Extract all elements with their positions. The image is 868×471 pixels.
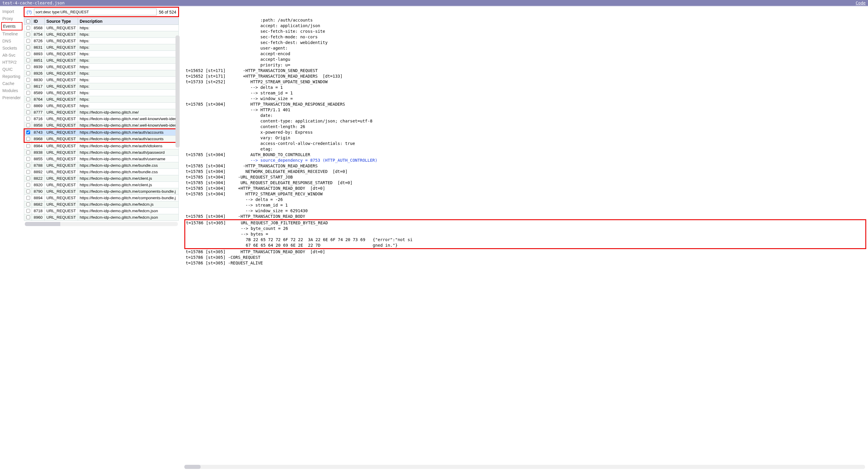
table-row[interactable]: 8960URL_REQUESThttps://fedcm-idp-demo.gl…	[24, 214, 179, 221]
table-row[interactable]: 8631URL_REQUESThttps:	[24, 44, 179, 51]
row-checkbox[interactable]	[26, 130, 30, 134]
row-checkbox[interactable]	[26, 209, 30, 213]
row-checkbox[interactable]	[26, 71, 30, 75]
table-row[interactable]: 8830URL_REQUESThttps:	[24, 77, 179, 83]
row-checkbox[interactable]	[26, 59, 30, 62]
table-row[interactable]: 8984URL_REQUESThttps://fedcm-idp-demo.gl…	[24, 142, 179, 149]
table-row[interactable]: 8958URL_REQUESThttps://fedcm-idp-demo.gl…	[24, 122, 179, 129]
row-checkbox[interactable]	[26, 123, 30, 127]
table-row[interactable]: 8851URL_REQUESThttps:	[24, 57, 179, 64]
row-checkbox[interactable]	[26, 202, 30, 206]
horizontal-scrollbar-right[interactable]	[184, 465, 865, 469]
table-row[interactable]: 8892URL_REQUESThttps://fedcm-idp-demo.gl…	[24, 169, 179, 175]
table-row[interactable]: 8893URL_REQUESThttps:	[24, 51, 179, 57]
row-source-type: URL_REQUEST	[44, 201, 78, 208]
sidebar-item-sockets[interactable]: Sockets	[1, 44, 23, 52]
code-link[interactable]: Code	[856, 1, 866, 5]
header-source-type[interactable]: Source Type	[44, 18, 78, 25]
table-row[interactable]: 8790URL_REQUESThttps://fedcm-idp-demo.gl…	[24, 188, 179, 195]
table-row[interactable]: 8788URL_REQUESThttps://fedcm-idp-demo.gl…	[24, 162, 179, 169]
row-id: 8726	[32, 38, 44, 44]
table-row[interactable]: 8926URL_REQUESThttps:	[24, 70, 179, 77]
row-checkbox[interactable]	[26, 150, 30, 154]
horizontal-scrollbar-left[interactable]	[25, 222, 178, 226]
row-description: https://fedcm-idp-demo.glitch.me/auth/id…	[78, 142, 179, 149]
row-checkbox[interactable]	[26, 104, 30, 108]
sidebar-item-quic[interactable]: QUIC	[1, 66, 23, 73]
header-id[interactable]: ID	[32, 18, 44, 25]
sidebar-item-reporting[interactable]: Reporting	[1, 73, 23, 80]
table-row[interactable]: 8777URL_REQUESThttps://fedcm-idp-demo.gl…	[24, 109, 179, 116]
table-row[interactable]: 8939URL_REQUESThttps:	[24, 64, 179, 70]
table-row[interactable]: 8726URL_REQUESThttps:	[24, 38, 179, 44]
row-source-type: URL_REQUEST	[44, 31, 78, 38]
sidebar-item-import[interactable]: Import	[1, 8, 23, 15]
log-line: t=15785 [st=304] NETWORK_DELEGATE_HEADER…	[186, 169, 866, 174]
row-checkbox[interactable]	[26, 137, 30, 141]
sidebar-item-proxy[interactable]: Proxy	[1, 15, 23, 22]
sidebar-item-dns[interactable]: DNS	[1, 37, 23, 44]
log-line: 7B 22 65 72 72 6F 72 22 3A 22 6E 6F 74 2…	[186, 237, 865, 243]
row-id: 8892	[32, 169, 44, 175]
vertical-scrollbar[interactable]	[176, 35, 180, 147]
select-all-checkbox[interactable]	[26, 20, 30, 23]
table-row[interactable]: 8855URL_REQUESThttps://fedcm-idp-demo.gl…	[24, 156, 179, 162]
row-source-type: URL_REQUEST	[44, 96, 78, 103]
row-checkbox[interactable]	[26, 45, 30, 49]
table-row[interactable]: 8938URL_REQUESThttps://fedcm-idp-demo.gl…	[24, 149, 179, 156]
sidebar-item-modules[interactable]: Modules	[1, 87, 23, 94]
row-checkbox[interactable]	[26, 176, 30, 180]
row-checkbox[interactable]	[26, 110, 30, 114]
table-row[interactable]: 8743URL_REQUESThttps://fedcm-idp-demo.gl…	[24, 129, 179, 136]
row-checkbox[interactable]	[26, 190, 30, 193]
table-row[interactable]: 8822URL_REQUESThttps://fedcm-idp-demo.gl…	[24, 175, 179, 182]
table-row[interactable]: 8869URL_REQUESThttps:	[24, 103, 179, 109]
header-description[interactable]: Description	[78, 18, 179, 25]
row-checkbox[interactable]	[26, 196, 30, 200]
row-checkbox[interactable]	[26, 170, 30, 174]
row-checkbox[interactable]	[26, 26, 30, 30]
table-row[interactable]: 8920URL_REQUESThttps://fedcm-idp-demo.gl…	[24, 182, 179, 188]
sidebar-item-http2[interactable]: HTTP/2	[1, 59, 23, 66]
row-checkbox[interactable]	[26, 117, 30, 121]
filter-input[interactable]	[34, 8, 157, 15]
row-checkbox[interactable]	[26, 164, 30, 167]
row-source-type: URL_REQUEST	[44, 162, 78, 169]
sidebar-item-altsvc[interactable]: Alt-Svc	[1, 52, 23, 59]
table-row[interactable]: 8589URL_REQUESThttps:	[24, 90, 179, 96]
table-row[interactable]: 8682URL_REQUESThttps://fedcm-idp-demo.gl…	[24, 201, 179, 208]
row-checkbox[interactable]	[26, 78, 30, 82]
row-checkbox[interactable]	[26, 97, 30, 101]
table-row[interactable]: 8894URL_REQUESThttps://fedcm-idp-demo.gl…	[24, 195, 179, 201]
row-source-type: URL_REQUEST	[44, 77, 78, 83]
row-id: 8777	[32, 109, 44, 116]
row-checkbox[interactable]	[26, 91, 30, 95]
row-checkbox[interactable]	[26, 85, 30, 88]
table-row[interactable]: 8754URL_REQUESThttps:	[24, 31, 179, 38]
row-checkbox[interactable]	[26, 65, 30, 69]
table-row[interactable]: 8718URL_REQUESThttps://fedcm-idp-demo.gl…	[24, 208, 179, 214]
table-row[interactable]: 8617URL_REQUESThttps:	[24, 83, 179, 90]
sidebar-item-events[interactable]: Events	[1, 22, 23, 30]
row-id: 8960	[32, 214, 44, 221]
table-row[interactable]: 8716URL_REQUESThttps://fedcm-idp-demo.gl…	[24, 116, 179, 122]
row-checkbox[interactable]	[26, 183, 30, 187]
row-checkbox[interactable]	[26, 157, 30, 161]
row-checkbox[interactable]	[26, 215, 30, 219]
row-checkbox[interactable]	[26, 32, 30, 36]
source-dependency-link[interactable]: --> source_dependency = 8753 (HTTP_AUTH_…	[186, 158, 866, 163]
row-id: 8682	[32, 201, 44, 208]
log-line: t=15652 [st=171] -HTTP_TRANSACTION_SEND_…	[186, 68, 866, 73]
sidebar-item-cache[interactable]: Cache	[1, 80, 23, 87]
table-row[interactable]: 8568URL_REQUESThttps:	[24, 25, 179, 31]
row-description: https://fedcm-idp-demo.glitch.me/bundle.…	[78, 169, 179, 175]
help-link[interactable]: (?)	[25, 10, 33, 14]
row-checkbox[interactable]	[26, 144, 30, 148]
table-row[interactable]: 8968URL_REQUESThttps://fedcm-idp-demo.gl…	[24, 136, 179, 142]
row-checkbox[interactable]	[26, 52, 30, 56]
table-row[interactable]: 8764URL_REQUESThttps:	[24, 96, 179, 103]
sidebar-item-timeline[interactable]: Timeline	[1, 30, 23, 37]
row-description: https:	[78, 51, 179, 57]
row-checkbox[interactable]	[26, 39, 30, 43]
sidebar-item-prerender[interactable]: Prerender	[1, 94, 23, 101]
